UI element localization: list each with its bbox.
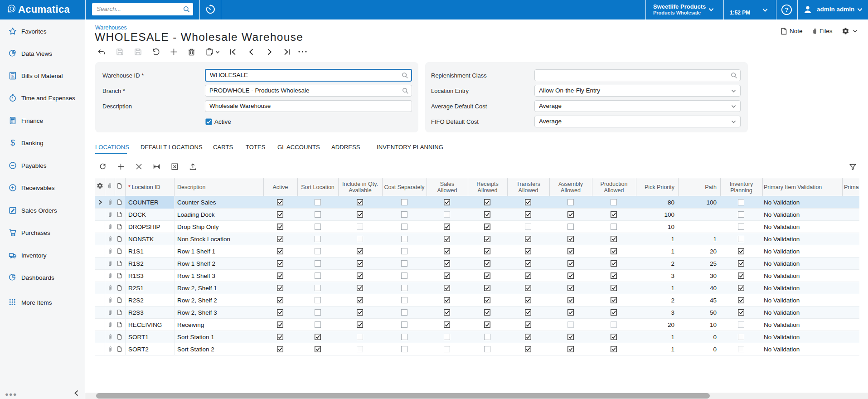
svg-text:$: $ <box>10 139 15 147</box>
svg-text:?: ? <box>785 6 788 13</box>
svg-text:$: $ <box>11 74 14 78</box>
